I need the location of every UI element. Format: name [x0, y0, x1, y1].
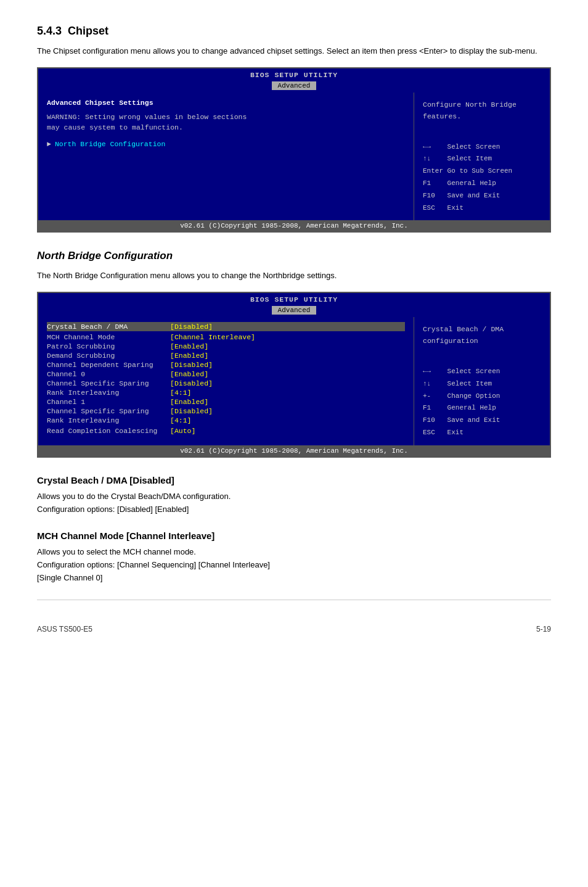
bios-row-label: Channel Specific Sparing — [47, 406, 170, 416]
bios-row-value: [Enabled] — [170, 369, 405, 379]
bios-table-row: Channel 0[Enabled] — [47, 369, 405, 379]
bios-row-value: [Auto] — [170, 426, 405, 435]
northbridge-intro: The North Bridge Configuration menu allo… — [37, 270, 551, 282]
northbridge-section-title: North Bridge Configuration — [37, 250, 551, 262]
bios-table-row: Rank Interleaving[4:1] — [47, 416, 405, 425]
page-divider — [37, 600, 551, 600]
bios-table-row: Channel Dependent Sparing[Disabled] — [47, 360, 405, 369]
bios-footer-1: v02.61 (C)Copyright 1985-2008, American … — [38, 220, 550, 231]
bios-row-value: [Disabled] — [170, 322, 405, 331]
bios-table-row: Crystal Beach / DMA[Disabled] — [47, 322, 405, 331]
bios-row-label: Channel Dependent Sparing — [47, 360, 170, 369]
bios-screen-1: BIOS SETUP UTILITY Advanced Advanced Chi… — [37, 67, 551, 233]
bios-right-panel-2: Crystal Beach / DMAconfiguration ←→ Sele… — [414, 317, 550, 445]
bios-row-label: Patrol Scrubbing — [47, 342, 170, 351]
mch-channel-text: Allows you to select the MCH channel mod… — [37, 546, 551, 584]
bios-title-1: BIOS SETUP UTILITY — [38, 68, 550, 80]
bios-nav-advanced-1[interactable]: Advanced — [272, 81, 317, 90]
bios-right-panel-1: Configure North Bridgefeatures. ←→ Selec… — [414, 93, 550, 221]
bios-row-value: [Disabled] — [170, 406, 405, 416]
bios-keybinds-2: ←→ Select Screen ↑↓ Select Item +- Chang… — [423, 366, 541, 439]
bios-row-label: Demand Scrubbing — [47, 351, 170, 360]
bios-help-text-2: Crystal Beach / DMAconfiguration — [423, 323, 541, 347]
crystal-beach-text: Allows you to do the Crystal Beach/DMA c… — [37, 490, 551, 516]
bios-screen-2: BIOS SETUP UTILITY Advanced Crystal Beac… — [37, 292, 551, 458]
bios-table-row: Read Completion Coalescing[Auto] — [47, 426, 405, 435]
bios-row-label: Rank Interleaving — [47, 416, 170, 425]
bios-nav-1: Advanced — [38, 80, 550, 93]
bios-row-value: [Disabled] — [170, 360, 405, 369]
bios-nav-2: Advanced — [38, 305, 550, 317]
bios-table-row: Channel 1[Enabled] — [47, 397, 405, 406]
bios-row-value: [Disabled] — [170, 379, 405, 388]
crystal-beach-section: Crystal Beach / DMA [Disabled] Allows yo… — [37, 475, 551, 516]
bios-table-row: Demand Scrubbing[Enabled] — [47, 351, 405, 360]
footer-left: ASUS TS500-E5 — [37, 625, 92, 633]
bios-table-row: Rank Interleaving[4:1] — [47, 388, 405, 397]
bios-table-row: Channel Specific Sparing[Disabled] — [47, 406, 405, 416]
bios-left-panel-2: Crystal Beach / DMA[Disabled]MCH Channel… — [38, 317, 414, 445]
bios-row-value: [Channel Interleave] — [170, 332, 405, 342]
bios-table-row: MCH Channel Mode[Channel Interleave] — [47, 332, 405, 342]
bios-help-text-1: Configure North Bridgefeatures. — [423, 99, 541, 123]
bios-title-2: BIOS SETUP UTILITY — [38, 293, 550, 305]
mch-channel-section: MCH Channel Mode [Channel Interleave] Al… — [37, 530, 551, 584]
bios-row-label: Read Completion Coalescing — [47, 426, 170, 435]
bios-footer-2: v02.61 (C)Copyright 1985-2008, American … — [38, 445, 550, 456]
bios-menu-arrow: ► — [47, 140, 51, 148]
bios-warning-1: WARNING: Setting wrong values in below s… — [47, 112, 405, 133]
mch-channel-title: MCH Channel Mode [Channel Interleave] — [37, 530, 551, 541]
bios-row-label: Channel Specific Sparing — [47, 379, 170, 388]
section-title: 5.4.3 Chipset — [37, 25, 551, 38]
bios-row-label: Rank Interleaving — [47, 388, 170, 397]
crystal-beach-title: Crystal Beach / DMA [Disabled] — [37, 475, 551, 485]
bios-settings-table: Crystal Beach / DMA[Disabled]MCH Channel… — [47, 322, 405, 435]
intro-text: The Chipset configuration menu allows yo… — [37, 45, 551, 57]
bios-row-label: Channel 0 — [47, 369, 170, 379]
bios-menu-item-northbridge[interactable]: ► North Bridge Configuration — [47, 140, 405, 148]
bios-nav-advanced-2[interactable]: Advanced — [272, 306, 317, 315]
bios-table-row: Channel Specific Sparing[Disabled] — [47, 379, 405, 388]
footer-right: 5-19 — [536, 625, 551, 633]
bios-row-value: [4:1] — [170, 388, 405, 397]
bios-row-value: [Enabled] — [170, 342, 405, 351]
bios-row-value: [Enabled] — [170, 397, 405, 406]
bios-left-header-1: Advanced Chipset Settings — [47, 99, 405, 107]
bios-row-label: Channel 1 — [47, 397, 170, 406]
bios-row-label: MCH Channel Mode — [47, 332, 170, 342]
bios-table-row: Patrol Scrubbing[Enabled] — [47, 342, 405, 351]
bios-left-panel-1: Advanced Chipset Settings WARNING: Setti… — [38, 93, 414, 221]
bios-keybinds-1: ←→ Select Screen ↑↓ Select Item Enter Go… — [423, 141, 541, 215]
bios-row-label: Crystal Beach / DMA — [47, 322, 170, 331]
bios-row-value: [4:1] — [170, 416, 405, 425]
bios-row-value: [Enabled] — [170, 351, 405, 360]
page-footer: ASUS TS500-E5 5-19 — [37, 625, 551, 633]
